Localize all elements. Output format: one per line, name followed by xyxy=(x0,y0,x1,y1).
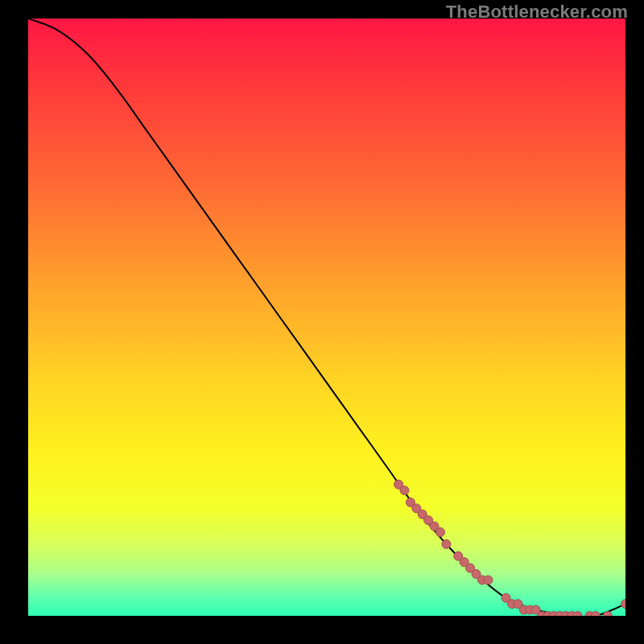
scatter-point xyxy=(400,486,409,495)
plot-area xyxy=(28,19,625,616)
chart-background xyxy=(28,19,625,616)
scatter-point xyxy=(484,576,493,584)
scatter-point xyxy=(436,528,444,537)
scatter-point xyxy=(442,539,451,548)
chart-svg xyxy=(28,19,625,616)
chart-stage: TheBottlenecker.com xyxy=(0,0,644,644)
